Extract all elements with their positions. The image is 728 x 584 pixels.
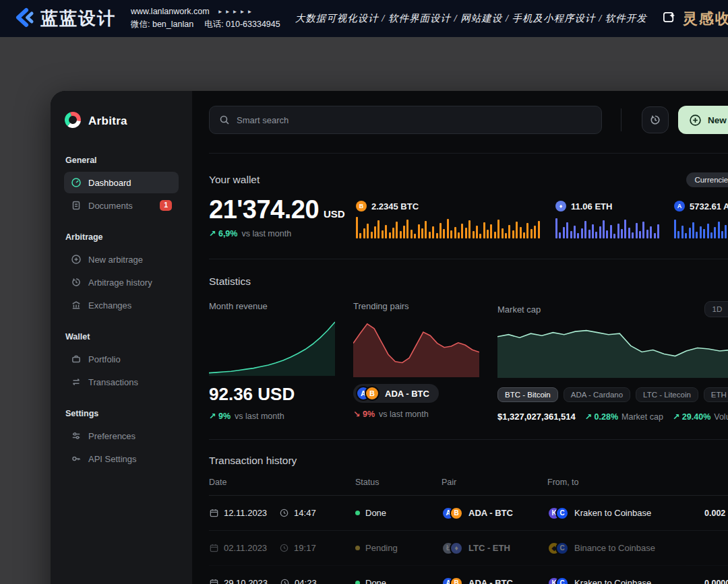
wallet-balance: 21'374.20 USD ↗ 6,9% vs last month (209, 197, 356, 238)
sidebar-item-api-settings[interactable]: API Settings (64, 448, 179, 469)
sidebar-item-dashboard[interactable]: Dashboard (64, 172, 179, 193)
ada-coin-icon: A (674, 201, 685, 212)
plus-circle-icon (71, 254, 82, 265)
transaction-history-title: Transaction history (209, 455, 297, 466)
table-row[interactable]: 02.11.2023 19:17 Pending Ł ♦ LTC - (209, 531, 728, 566)
status-done-dot (355, 511, 360, 515)
coinbase-icon: C (555, 542, 569, 555)
currencies-pill[interactable]: Currencies (686, 172, 728, 187)
new-arbitrage-button[interactable]: New a (678, 106, 728, 134)
tx-from-to: Binance to Coinbase (574, 543, 655, 553)
btc-bars-chart (356, 217, 545, 238)
ada-amount: 5732.61 ADA (690, 201, 728, 212)
sidebar-item-label: Preferences (88, 431, 135, 441)
tx-time: 04:23 (295, 578, 317, 584)
sidebar-section-arbitrage: Arbitrage (65, 232, 179, 242)
bank-icon (71, 300, 82, 311)
tx-status: Pending (365, 543, 398, 553)
history-icon (649, 114, 661, 126)
tx-status: Done (365, 508, 386, 518)
table-row[interactable]: 29.10.2023 04:23 Done A B ADA - BT (209, 566, 728, 584)
chip-btc-bitcoin[interactable]: BTC - Bitcoin (497, 387, 558, 402)
eth-coin-icon: ♦ (555, 201, 566, 212)
transaction-history-section: Transaction history Date Status Pair Fro… (209, 440, 728, 584)
tx-status: Done (365, 578, 386, 584)
statistics-section: Statistics Month revenue 92.36 USD ↗ 9% … (209, 259, 728, 440)
month-revenue-card: Month revenue 92.36 USD ↗ 9% vs last mon… (209, 301, 335, 422)
website-link[interactable]: www.lanlanwork.com (131, 7, 210, 16)
sidebar-item-arbitrage-history[interactable]: Arbitrage history (64, 271, 179, 293)
inspiration-collect-link[interactable]: 灵感收集 (662, 9, 728, 29)
eth-coin-icon: ♦ (450, 542, 463, 555)
tx-from-to: Kraken to Coinbase (574, 508, 651, 518)
market-cap-change: ↗ 0.28% (585, 412, 618, 422)
sidebar-item-new-arbitrage[interactable]: New arbitrage (64, 249, 179, 270)
column-date: Date (209, 478, 355, 487)
chip-ada-cardano[interactable]: ADA - Cardano (564, 387, 630, 402)
table-row[interactable]: 12.11.2023 14:47 Done A B ADA - BT (209, 496, 728, 531)
trending-pair-pill[interactable]: A B ADA - BTC (353, 384, 439, 403)
calendar-icon (209, 508, 219, 518)
wallet-section: Your wallet Currencies E 21'374.20 USD ↗… (209, 154, 728, 259)
month-revenue-suffix: vs last month (235, 412, 284, 421)
clock-icon (279, 508, 289, 518)
swap-arrows-icon (71, 377, 82, 387)
sidebar-item-exchanges[interactable]: Exchanges (64, 294, 179, 316)
sidebar-item-preferences[interactable]: Preferences (64, 425, 179, 447)
coinbase-icon: C (555, 507, 569, 520)
calendar-icon (209, 578, 219, 584)
tx-date: 29.10.2023 (224, 578, 268, 584)
market-cap-label: Market cap (497, 304, 541, 315)
header-contact: www.lanlanwork.com ►►►►► 微信: ben_lanlan … (131, 7, 280, 30)
market-cap-change-label: Market cap (621, 412, 663, 422)
sidebar: Arbitra General Dashboard Documents 1 Ar… (51, 91, 192, 584)
collect-icon (662, 9, 677, 28)
arbitra-logo-icon (64, 111, 82, 131)
range-1d-button[interactable]: 1D (706, 303, 728, 315)
desktop-background: Arbitra General Dashboard Documents 1 Ar… (0, 37, 728, 584)
sidebar-item-label: Portfolio (88, 354, 121, 364)
trending-pairs-chart (353, 315, 479, 377)
arbitra-app-window: Arbitra General Dashboard Documents 1 Ar… (51, 91, 728, 584)
trending-suffix: vs last month (379, 410, 429, 419)
volume-change: ↗ 29.40% (673, 412, 710, 422)
sidebar-item-documents[interactable]: Documents 1 (64, 195, 179, 216)
wallet-title: Your wallet (209, 174, 260, 186)
balance-change-suffix: vs last month (241, 229, 291, 238)
arbitra-brand[interactable]: Arbitra (64, 111, 179, 131)
holding-ada: A 5732.61 ADA (674, 201, 728, 238)
coinbase-icon: C (555, 577, 569, 584)
main-content: New a Your wallet Currencies E 21'374.20 (192, 91, 728, 584)
market-cap-chart (497, 324, 728, 378)
sidebar-item-portfolio[interactable]: Portfolio (64, 348, 179, 370)
statistics-title: Statistics (209, 275, 251, 287)
tx-from-to: Kraken to Coinbase (574, 578, 651, 584)
search-icon (219, 115, 230, 125)
plus-circle-icon (689, 114, 702, 127)
topbar: New a (209, 106, 728, 154)
arrows-decoration: ►►►►► (218, 9, 255, 15)
collect-label: 灵感收集 (683, 9, 728, 29)
search-box[interactable] (209, 106, 602, 134)
holding-btc: B 2.2345 BTC (356, 201, 545, 238)
phone-label: 电话: 010-63334945 (204, 19, 280, 30)
range-toggle: 1D 7D 1M (704, 301, 728, 317)
balance-change: ↗ 6,9% (209, 228, 237, 238)
month-revenue-value: 92.36 USD (209, 384, 335, 405)
column-pair: Pair (442, 478, 547, 487)
status-done-dot (355, 581, 360, 584)
sidebar-item-transactions[interactable]: Transactions (64, 371, 179, 393)
eth-amount: 11.06 ETH (571, 201, 612, 212)
topbar-divider (621, 108, 621, 131)
sidebar-item-label: New arbitrage (88, 255, 143, 265)
tx-pair: LTC - ETH (468, 543, 510, 553)
lanlan-logo[interactable]: 蓝蓝设计 (12, 6, 116, 32)
history-icon (71, 277, 82, 288)
month-revenue-chart (209, 321, 335, 376)
search-input[interactable] (237, 115, 592, 125)
market-cap-value: $1,327,027,361,514 (497, 412, 576, 422)
volume-label: Volume (2 (714, 412, 728, 422)
chip-ltc-litecoin[interactable]: LTC - Litecoin (636, 387, 698, 402)
history-button[interactable] (642, 106, 669, 133)
chip-eth-ethereum[interactable]: ETH - Ethereu (704, 387, 728, 402)
